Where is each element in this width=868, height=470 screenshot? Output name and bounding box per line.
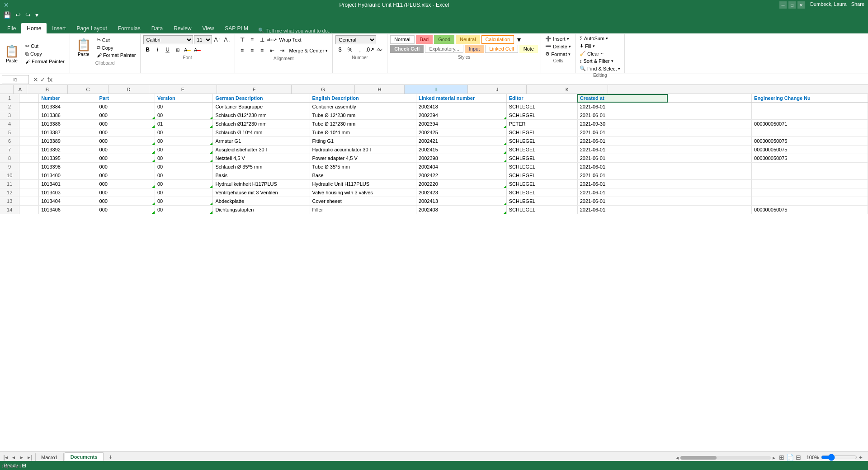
customize-qat-icon[interactable]: ▾ [34, 11, 40, 19]
grid-cell[interactable]: SCHLEGEL [506, 154, 577, 163]
grid-cell[interactable]: 000000050075 [752, 206, 868, 214]
undo-icon[interactable]: ↩ [14, 11, 22, 19]
grid-cell[interactable]: 2021-06-01 [577, 111, 668, 120]
grid-cell[interactable]: Dichtungsstopfen [213, 206, 310, 214]
grid-cell[interactable]: 2002418 [416, 103, 506, 111]
grid-cell[interactable] [19, 163, 39, 171]
grid-cell[interactable]: Valve housing with 3 valves [310, 188, 416, 197]
restore-button[interactable]: □ [788, 1, 796, 9]
grid-cell[interactable] [668, 163, 752, 171]
grid-cell[interactable]: 000 [97, 163, 155, 171]
grid-cell[interactable]: 00 [155, 103, 213, 111]
grid-cell[interactable]: 2021-06-01 [577, 137, 668, 146]
grid-cell[interactable] [19, 180, 39, 188]
grid-cell[interactable]: Created at [577, 94, 668, 103]
grid-cell[interactable]: Ventilgehäuse mit 3 Ventilen [213, 188, 310, 197]
paste-button[interactable]: 📋 Paste [2, 43, 22, 64]
zoom-slider[interactable] [821, 454, 857, 461]
styles-scroll-down-icon[interactable]: ▾ [515, 35, 523, 44]
page-layout-view-icon[interactable]: 📄 [786, 454, 794, 461]
grid-cell[interactable] [19, 111, 39, 120]
merge-center-btn[interactable]: Merge & Center ▾ [288, 46, 330, 55]
grid-cell[interactable] [752, 103, 868, 111]
grid-cell[interactable]: 1013401 [39, 180, 97, 188]
tab-sap-plm[interactable]: SAP PLM [219, 23, 254, 33]
decrease-decimal-btn[interactable]: .0↙ [375, 45, 384, 54]
tab-formulas[interactable]: Formulas [113, 23, 146, 33]
grid-cell[interactable]: SCHLEGEL [506, 128, 577, 137]
scroll-right-icon[interactable]: ▸ [773, 455, 775, 461]
tell-me-text[interactable]: Tell me what you want to do... [266, 28, 332, 33]
grid-cell[interactable]: 000 [97, 188, 155, 197]
grid-cell[interactable]: 1013403 [39, 188, 97, 197]
grid-cell[interactable] [668, 111, 752, 120]
grid-cell[interactable]: 00 [155, 146, 213, 154]
cut-button[interactable]: ✂ Cut [24, 43, 66, 50]
style-check-cell[interactable]: Check Cell [390, 45, 424, 53]
grid-cell[interactable]: Tube Ø 10*4 mm [310, 128, 416, 137]
align-left-btn[interactable]: ≡ [238, 46, 247, 55]
grid-cell[interactable]: 000 [97, 128, 155, 137]
formula-input[interactable] [54, 75, 866, 84]
grid-cell[interactable] [668, 171, 752, 180]
grid-cell[interactable]: SCHLEGEL [506, 180, 577, 188]
grid-cell[interactable]: 000 [97, 197, 155, 206]
increase-decimal-btn[interactable]: .0↗ [365, 45, 374, 54]
grid-cell[interactable]: 000000050071 [752, 120, 868, 128]
grid-cell[interactable] [668, 120, 752, 128]
grid-cell[interactable] [668, 188, 752, 197]
bold-button[interactable]: B [143, 45, 152, 54]
tab-view[interactable]: View [197, 23, 220, 33]
grid-cell[interactable]: Container assembly [310, 103, 416, 111]
grid-cell[interactable] [752, 171, 868, 180]
grid-cell[interactable]: Hydraulic accumulator 30 l [310, 146, 416, 154]
grid-cell[interactable]: Hydraulikeinheit H117PLUS [213, 180, 310, 188]
grid-cell[interactable] [19, 94, 39, 103]
grid-cell[interactable]: Power adapter 4,5 V [310, 154, 416, 163]
grid-cell[interactable]: 000 [97, 103, 155, 111]
horizontal-scrollbar[interactable] [680, 456, 771, 460]
grid-cell[interactable]: Abdeckplatte [213, 197, 310, 206]
grid-cell[interactable] [752, 180, 868, 188]
sheet-tab-macro1[interactable]: Macro1 [35, 453, 64, 461]
format-cells-btn[interactable]: ⚙ Format ▾ [544, 51, 572, 57]
grid-cell[interactable]: 2002413 [416, 197, 506, 206]
grid-cell[interactable]: 000 [97, 137, 155, 146]
grid-cell[interactable]: 000 [97, 180, 155, 188]
grid-cell[interactable]: Schlauch Ø 10*4 mm [213, 128, 310, 137]
underline-button[interactable]: U [163, 45, 172, 54]
grid-cell[interactable] [19, 120, 39, 128]
delete-cells-btn[interactable]: ➖ Delete ▾ [544, 43, 572, 50]
grid-cell[interactable]: 2002425 [416, 128, 506, 137]
grid-cell[interactable]: Netzteil 4,5 V [213, 154, 310, 163]
paste-button-2[interactable]: 📋 Paste [73, 37, 94, 58]
col-header-h[interactable]: H [355, 85, 405, 94]
tab-review[interactable]: Review [168, 23, 197, 33]
grid-cell[interactable] [668, 197, 752, 206]
grid-cell[interactable]: Ausgleichsbehälter 30 l [213, 146, 310, 154]
border-button[interactable]: ⊞ [173, 45, 182, 54]
autosum-btn[interactable]: Σ AutoSum ▾ [578, 35, 622, 42]
grid-cell[interactable] [668, 103, 752, 111]
cell-reference-box[interactable] [2, 75, 29, 84]
grid-cell[interactable]: 000 [97, 154, 155, 163]
align-middle-btn[interactable]: ≡ [248, 35, 257, 44]
normal-view-icon[interactable]: ⊞ [779, 454, 784, 461]
cut-btn[interactable]: ✂ Cut [95, 37, 137, 43]
style-neutral[interactable]: Neutral [456, 35, 480, 44]
align-top-btn[interactable]: ⊤ [238, 35, 247, 44]
grid-cell[interactable] [668, 146, 752, 154]
grid-cell[interactable]: 2021-06-01 [577, 197, 668, 206]
grid-cell[interactable]: Number [39, 94, 97, 103]
cancel-formula-icon[interactable]: ✕ [33, 76, 38, 83]
col-header-d[interactable]: D [108, 85, 149, 94]
grid-cell[interactable]: 1013400 [39, 171, 97, 180]
find-select-btn[interactable]: 🔍 Find & Select ▾ [578, 65, 622, 72]
sheet-nav-last-icon[interactable]: ▸| [26, 454, 33, 461]
grid-cell[interactable] [752, 111, 868, 120]
grid-cell[interactable]: 2002398 [416, 154, 506, 163]
sheet-nav-next-icon[interactable]: ▸ [18, 454, 25, 461]
grid-cell[interactable]: 000 [97, 120, 155, 128]
grid-cell[interactable]: Linked material number [416, 94, 506, 103]
style-note[interactable]: Note [519, 45, 538, 53]
